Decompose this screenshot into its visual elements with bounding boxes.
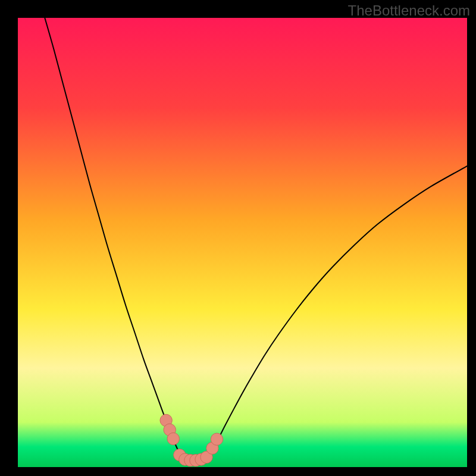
chart-svg [18,18,467,467]
chart-frame: TheBottleneck.com [0,0,476,476]
watermark-text: TheBottleneck.com [348,2,470,19]
bead-marker [167,433,179,444]
bead-marker [211,433,223,445]
plot-area [18,18,467,467]
gradient-background [18,18,467,467]
